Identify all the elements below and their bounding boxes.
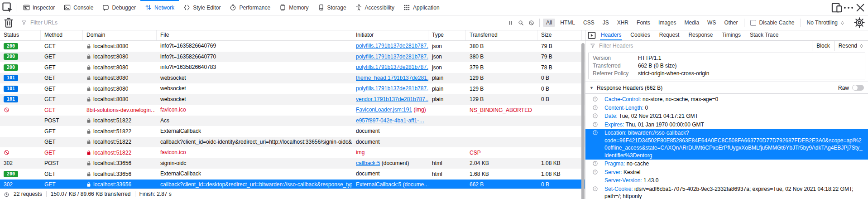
split-panes-icon[interactable] [831,2,843,14]
column-header-method[interactable]: Method [41,30,83,40]
network-request-row[interactable]: 101GETlocalhost:8080websocketpolyfills.1… [0,83,585,94]
tab-application[interactable]: Application [399,0,444,15]
gear-icon[interactable] [854,17,865,29]
initiator-link[interactable]: polyfills.1791b137de281b787… [356,43,428,49]
network-request-row[interactable]: GETlocalhost:51822ExternalCallbackdocume… [0,126,585,137]
network-request-row[interactable]: 200GETlocalhost:8080info?t=1635826640769… [0,41,585,52]
question-circle-icon[interactable]: ? [592,121,598,127]
filter-urls-field[interactable] [21,19,421,26]
filter-headers-input[interactable] [598,42,754,49]
type-filter-fonts[interactable]: Fonts [633,19,653,27]
initiator-link[interactable]: polyfills.1791b137de281b787… [356,53,428,60]
expand-pane-icon[interactable] [587,31,596,40]
tab-inspector[interactable]: Inspector [19,0,59,15]
tab-debugger[interactable]: Debugger [98,0,140,15]
column-header-file[interactable]: File [157,30,352,40]
column-header-initiator[interactable]: Initiator [352,30,428,40]
search-icon[interactable] [518,20,524,26]
network-request-row[interactable]: 302POSTlocalhost:33656signin-oidccallbac… [0,158,585,169]
disable-cache-toggle[interactable]: Disable Cache [750,19,794,26]
initiator-link[interactable]: e957f897-042e-4ba1-aff1-… [356,117,424,124]
column-header-domain[interactable]: Domain [83,30,157,40]
response-header-server[interactable]: ?Server: Kestrel [585,168,868,177]
network-request-row[interactable]: 302GETlocalhost:33656callback?client_id=… [0,180,585,189]
type-filter-css[interactable]: CSS [580,19,598,27]
vertical-scrollbar[interactable] [581,43,585,199]
response-header-server-version[interactable]: Server-Version: 1.43.0 [585,176,868,185]
type-filter-js[interactable]: JS [599,19,612,27]
response-header-cache-control[interactable]: ?Cache-Control: no-store, no-cache, max-… [585,95,868,104]
pause-icon[interactable] [508,20,513,26]
disable-cache-label: Disable Cache [759,19,794,26]
column-header-status[interactable]: Status [0,30,41,40]
question-circle-icon[interactable]: ? [592,130,598,136]
type-filter-all[interactable]: All [543,19,555,27]
response-header-location[interactable]: ?Location: bitwarden://sso-callback?code… [585,129,868,160]
details-tab-cookies[interactable]: Cookies [626,30,654,40]
initiator-link[interactable]: vendor.1791b137de281b787… [356,96,428,102]
tab-memory[interactable]: Memory [275,0,313,15]
initiator-link[interactable]: polyfills.1791b137de281b787… [356,85,428,92]
initiator-link[interactable]: polyfills.1791b137de281b787… [356,64,428,70]
tab-style-editor[interactable]: Style Editor [179,0,225,15]
trash-icon[interactable] [3,17,14,29]
tab-storage[interactable]: Storage [313,0,351,15]
filter-urls-input[interactable] [29,19,421,26]
network-request-row[interactable]: POSTlocalhost:51822Acse957f897-042e-4ba1… [0,116,585,126]
column-header-size[interactable]: Size [537,30,582,40]
tab-accessibility[interactable]: Accessibility [351,0,399,15]
network-request-row[interactable]: 200GETlocalhost:8080info?t=1635826640770… [0,52,585,63]
type-filter-ws[interactable]: WS [704,19,719,27]
tab-console[interactable]: Console [59,0,98,15]
network-request-row[interactable]: GETlocalhost:51822callback?client_id=oid… [0,137,585,148]
chevron-updown-icon [859,44,864,49]
network-request-row[interactable]: GET8bit-solutions-dev.onelogin….favicon.… [0,105,585,116]
pick-element-icon[interactable] [2,2,14,14]
response-header-expires[interactable]: ?Expires: Thu, 01 Jan 1970 00:00:00 GMT [585,121,868,129]
raw-toggle[interactable] [852,85,864,91]
question-circle-icon[interactable]: ? [592,160,598,166]
response-header-content-length[interactable]: ?Content-Length: 0 [585,104,868,112]
disable-cache-checkbox[interactable] [750,20,756,26]
type-filter-other[interactable]: Other [721,19,741,27]
response-headers-section-header[interactable]: ▼ Response Headers (662 B) Raw [585,82,868,94]
response-header-date[interactable]: ?Date: Tue, 02 Nov 2021 04:17:21 GMT [585,112,868,121]
question-circle-icon[interactable]: ? [592,113,598,119]
initiator-link[interactable]: FaviconLoader.jsm:191 [356,107,412,113]
details-tab-response[interactable]: Response [684,30,717,40]
response-header-set-cookie[interactable]: ?Set-Cookie: idsrv=adf6cba1-7075-402b-9e… [585,185,868,199]
meatball-menu-icon[interactable] [843,2,854,14]
network-request-row[interactable]: 101GETlocalhost:8080websockettheme_head.… [0,73,585,84]
summary-row: VersionHTTP/1.1 [589,54,865,62]
type-filter-xhr[interactable]: XHR [614,19,632,27]
initiator-link[interactable]: theme_head.1791b137de281… [356,75,428,81]
details-tab-timings[interactable]: Timings [717,30,745,40]
network-request-row[interactable]: 200GETlocalhost:33656ExternalCallbackdoc… [0,169,585,180]
column-header-transferred[interactable]: Transferred [466,30,537,40]
network-request-row[interactable]: GETlocalhost:51822favicon.icoimgCSP [0,147,585,158]
block-button[interactable]: Block [812,41,834,51]
block-icon[interactable] [528,20,534,26]
resend-button[interactable]: Resend [834,41,868,51]
network-request-row[interactable]: 200GETlocalhost:8080info?t=1635826640783… [0,62,585,73]
response-header-pragma[interactable]: ?Pragma: no-cache [585,160,868,168]
question-circle-icon[interactable]: ? [592,105,598,111]
type-filter-images[interactable]: Images [655,19,679,27]
details-tab-request[interactable]: Request [655,30,684,40]
question-circle-icon[interactable]: ? [592,186,598,192]
tab-performance[interactable]: Performance [225,0,275,15]
type-filter-html[interactable]: HTML [557,19,578,27]
type-filter-media[interactable]: Media [681,19,702,27]
column-header-type[interactable]: Type [428,30,466,40]
details-tab-headers[interactable]: Headers [596,30,626,40]
question-circle-icon[interactable]: ? [592,96,598,102]
throttling-dropdown[interactable]: No Throttling [807,19,845,26]
initiator-link[interactable]: callback:5 [356,160,380,166]
close-icon[interactable] [854,2,866,14]
question-circle-icon[interactable]: ? [592,169,598,175]
divider [744,19,744,27]
details-tab-stack-trace[interactable]: Stack Trace [745,30,783,40]
initiator-link[interactable]: ExternalCallback:5 (docume… [356,181,428,188]
tab-network[interactable]: Network [140,0,179,15]
network-request-row[interactable]: 101GETlocalhost:8080websocketvendor.1791… [0,94,585,105]
